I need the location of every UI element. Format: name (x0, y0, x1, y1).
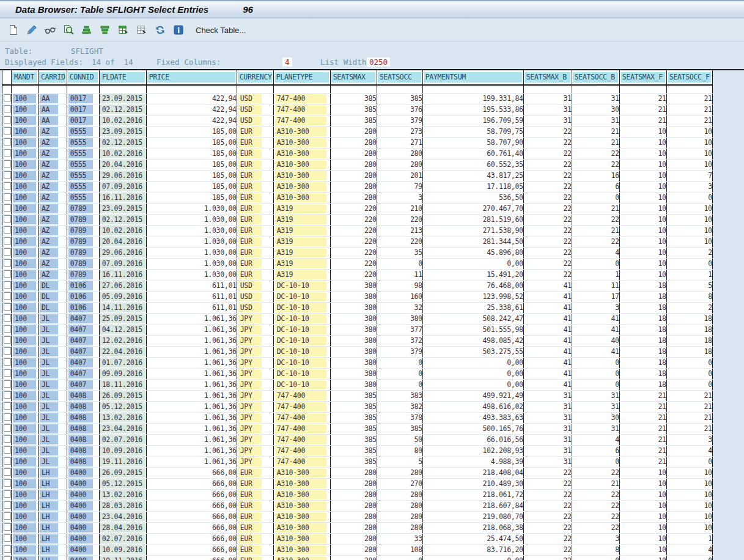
cell-fldate[interactable]: 16.11.2016 (99, 270, 146, 281)
cell-carrid[interactable]: LH (39, 512, 67, 523)
cell-mandt[interactable]: 100 (12, 237, 39, 248)
row-select-checkbox[interactable] (4, 259, 11, 267)
cell-seatsocc_f[interactable]: 7 (666, 171, 712, 182)
cell-fldate[interactable]: 02.12.2015 (99, 138, 146, 149)
cell-seatsocc[interactable]: 385 (377, 424, 422, 435)
cell-paymentsum[interactable]: 43.817,25 (422, 171, 523, 182)
cell-mandt[interactable]: 100 (12, 556, 39, 560)
cell-seatsmax_f[interactable]: 10 (619, 138, 666, 149)
cell-seatsmax_b[interactable]: 31 (523, 116, 572, 127)
cell-mandt[interactable]: 100 (12, 545, 39, 556)
cell-fldate[interactable]: 02.07.2016 (99, 435, 146, 446)
cell-seatsmax_b[interactable]: 31 (523, 446, 572, 457)
cell-paymentsum[interactable]: 501.555,98 (422, 325, 523, 336)
cell-seatsocc[interactable]: 273 (377, 127, 422, 138)
row-select-checkbox[interactable] (4, 226, 11, 234)
cell-currency[interactable]: EUR (237, 556, 273, 560)
cell-seatsmax_b[interactable]: 22 (523, 512, 572, 523)
cell-seatsocc_b[interactable]: 22 (572, 160, 619, 171)
cell-planetype[interactable]: A310-300 (273, 490, 330, 501)
cell-planetype[interactable]: A310-300 (273, 138, 330, 149)
column-header-price[interactable]: PRICE (146, 70, 237, 85)
row-select-checkbox[interactable] (4, 457, 11, 465)
cell-seatsocc[interactable]: 280 (377, 490, 422, 501)
cell-currency[interactable]: EUR (237, 138, 273, 149)
cell-seatsmax_f[interactable]: 21 (619, 116, 666, 127)
cell-mandt[interactable]: 100 (12, 116, 39, 127)
cell-seatsmax_b[interactable]: 22 (523, 182, 572, 193)
cell-price[interactable]: 1.061,36 (146, 413, 237, 424)
cell-seatsocc_f[interactable]: 0 (666, 457, 712, 468)
cell-planetype[interactable]: A310-300 (273, 512, 330, 523)
row-select-checkbox[interactable] (4, 127, 11, 134)
cell-price[interactable]: 1.061,36 (146, 336, 237, 347)
detail-view-button[interactable] (61, 23, 76, 37)
cell-seatsocc_b[interactable]: 31 (572, 424, 619, 435)
cell-paymentsum[interactable]: 499.921,49 (422, 391, 523, 402)
cell-price[interactable]: 1.061,36 (146, 358, 237, 369)
cell-seatsmax_f[interactable]: 21 (619, 105, 666, 116)
cell-mandt[interactable]: 100 (12, 314, 39, 325)
cell-mandt[interactable]: 100 (12, 336, 39, 347)
cell-paymentsum[interactable]: 25.338,61 (422, 303, 523, 314)
cell-planetype[interactable]: DC-10-10 (273, 358, 330, 369)
cell-seatsmax_f[interactable]: 10 (619, 149, 666, 160)
cell-planetype[interactable]: A310-300 (273, 523, 330, 534)
cell-seatsocc_b[interactable]: 8 (572, 545, 619, 556)
cell-connid[interactable]: 0400 (67, 512, 99, 523)
cell-planetype[interactable]: A319 (273, 215, 330, 226)
cell-seatsocc_f[interactable]: 10 (666, 226, 712, 237)
cell-paymentsum[interactable]: 25.474,50 (422, 534, 523, 545)
cell-fldate[interactable]: 23.09.2015 (99, 127, 146, 138)
cell-connid[interactable]: 0400 (67, 556, 99, 560)
cell-seatsocc_f[interactable]: 4 (666, 545, 712, 556)
cell-price[interactable]: 666,00 (146, 501, 237, 512)
cell-paymentsum[interactable]: 219.080,70 (422, 512, 523, 523)
cell-planetype[interactable]: A319 (273, 270, 330, 281)
cell-carrid[interactable]: AA (39, 116, 67, 127)
cell-mandt[interactable]: 100 (12, 490, 39, 501)
cell-planetype[interactable]: A310-300 (273, 171, 330, 182)
cell-seatsmax[interactable]: 385 (330, 94, 377, 105)
cell-connid[interactable]: 0400 (67, 501, 99, 512)
cell-seatsmax_b[interactable]: 22 (523, 237, 572, 248)
cell-mandt[interactable]: 100 (12, 292, 39, 303)
row-select-checkbox[interactable] (4, 435, 11, 443)
cell-fldate[interactable]: 20.04.2016 (99, 160, 146, 171)
cell-seatsocc_b[interactable]: 22 (572, 523, 619, 534)
cell-carrid[interactable]: AA (39, 105, 67, 116)
cell-currency[interactable]: EUR (237, 127, 273, 138)
cell-seatsmax_b[interactable]: 22 (523, 490, 572, 501)
cell-seatsmax_b[interactable]: 31 (523, 105, 572, 116)
cell-seatsocc[interactable]: 33 (377, 534, 422, 545)
cell-paymentsum[interactable]: 536,50 (422, 193, 523, 204)
cell-seatsocc_f[interactable]: 8 (666, 292, 712, 303)
cell-mandt[interactable]: 100 (12, 138, 39, 149)
cell-seatsmax_b[interactable]: 22 (523, 204, 572, 215)
column-header-paymentsum[interactable]: PAYMENTSUM (422, 70, 523, 85)
cell-seatsocc[interactable]: 3 (377, 193, 422, 204)
cell-seatsocc_f[interactable]: 10 (666, 138, 712, 149)
cell-currency[interactable]: EUR (237, 193, 273, 204)
cell-planetype[interactable]: A319 (273, 226, 330, 237)
cell-seatsocc[interactable]: 280 (377, 501, 422, 512)
cell-price[interactable]: 666,00 (146, 534, 237, 545)
cell-connid[interactable]: 0789 (67, 204, 99, 215)
cell-seatsmax_b[interactable]: 41 (523, 336, 572, 347)
cell-mandt[interactable]: 100 (12, 171, 39, 182)
cell-seatsmax_f[interactable]: 10 (619, 237, 666, 248)
cell-paymentsum[interactable]: 196.709,59 (422, 116, 523, 127)
column-header-planetype[interactable]: PLANETYPE (273, 70, 330, 85)
cell-fldate[interactable]: 01.07.2016 (99, 358, 146, 369)
cell-seatsocc_b[interactable]: 0 (572, 193, 619, 204)
cell-price[interactable]: 1.030,00 (146, 248, 237, 259)
cell-seatsocc_f[interactable]: 2 (666, 248, 712, 259)
cell-planetype[interactable]: 747-400 (273, 446, 330, 457)
cell-currency[interactable]: EUR (237, 490, 273, 501)
cell-seatsocc_f[interactable]: 3 (666, 435, 712, 446)
cell-seatsocc_f[interactable]: 1 (666, 270, 712, 281)
cell-mandt[interactable]: 100 (12, 105, 39, 116)
cell-seatsmax_f[interactable]: 10 (619, 193, 666, 204)
cell-price[interactable]: 611,01 (146, 281, 237, 292)
cell-carrid[interactable]: DL (39, 281, 67, 292)
